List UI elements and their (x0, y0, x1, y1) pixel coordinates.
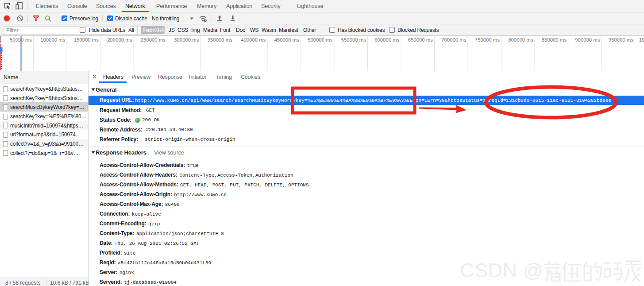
svg-text:CSDN @: CSDN @ (460, 259, 544, 282)
